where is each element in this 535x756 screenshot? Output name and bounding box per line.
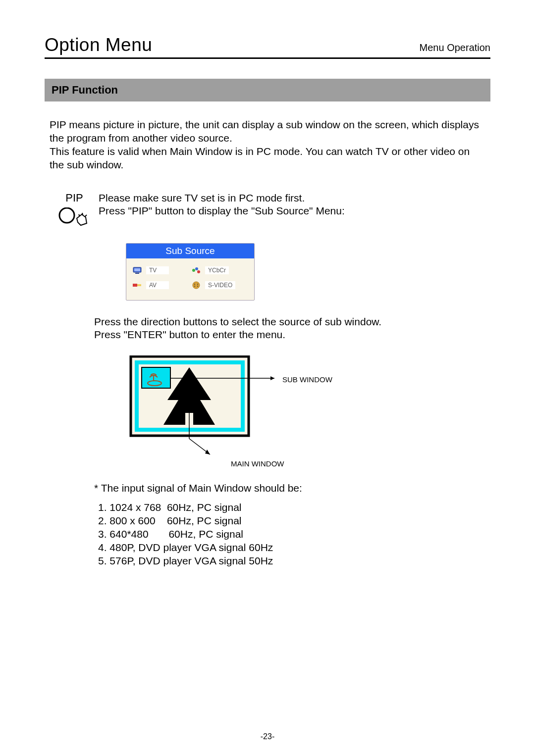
sub-window-label: SUB WINDOW [282,375,332,384]
svg-point-6 [197,270,200,273]
main-window-label: MAIN WINDOW [231,459,284,468]
svg-point-0 [59,208,74,223]
svg-rect-2 [134,268,140,271]
signal-item: 4. 480P, DVD player VGA signal 60Hz [98,541,490,554]
svideo-icon [191,281,201,289]
svg-marker-24 [205,450,210,454]
svg-rect-8 [137,284,141,286]
av-icon [132,281,142,289]
svg-point-12 [194,286,195,287]
svg-point-5 [195,267,198,270]
page-title: Option Menu [45,35,152,55]
signal-item: 5. 576P, DVD player VGA signal 50Hz [98,554,490,568]
pip-button-graphic: PIP [57,192,92,230]
sub-source-label: AV [146,281,169,289]
svg-rect-3 [135,273,139,274]
section-heading: PIP Function [52,84,483,97]
page-number: -23- [0,732,535,741]
signal-note: * The input signal of Main Window should… [94,482,490,494]
sub-source-item-ycbcr[interactable]: YCbCr [191,266,248,274]
pip-instructions: Please make sure TV set is in PC mode fi… [99,192,345,218]
sub-source-title: Sub Source [126,244,254,258]
svg-point-10 [194,284,195,285]
svg-point-4 [192,269,195,272]
signal-item: 1. 1024 x 768 60Hz, PC signal [98,501,490,514]
sub-source-label: TV [146,266,169,274]
component-icon [191,266,201,274]
tv-icon [132,266,142,274]
pip-button-icon [57,207,92,230]
signal-item: 2. 800 x 600 60Hz, PC signal [98,514,490,528]
svg-rect-7 [133,284,137,287]
svg-rect-17 [142,367,170,388]
sub-source-menu: Sub Source TV YCbCr [126,243,255,301]
svg-point-9 [193,282,200,289]
sub-source-label: S-VIDEO [205,281,235,289]
svg-marker-21 [270,376,274,380]
page-category: Menu Operation [420,42,490,53]
after-sub-text: Press the direction buttons to select th… [94,315,490,342]
signal-list: 1. 1024 x 768 60Hz, PC signal 2. 800 x 6… [98,501,490,567]
page-header: Option Menu Menu Operation [45,35,490,59]
svg-point-11 [197,284,198,285]
pip-diagram: SUB WINDOW MAIN WINDOW [126,355,490,471]
section-heading-band: PIP Function [45,79,490,101]
intro-text: PIP means picture in picture, the unit c… [50,118,485,172]
sub-source-item-tv[interactable]: TV [132,266,189,274]
sub-source-label: YCbCr [205,266,229,274]
sub-source-item-svideo[interactable]: S-VIDEO [191,281,248,289]
sub-source-item-av[interactable]: AV [132,281,189,289]
pip-button-label: PIP [65,192,83,204]
signal-item: 3. 640*480 60Hz, PC signal [98,528,490,541]
svg-point-13 [197,286,198,287]
